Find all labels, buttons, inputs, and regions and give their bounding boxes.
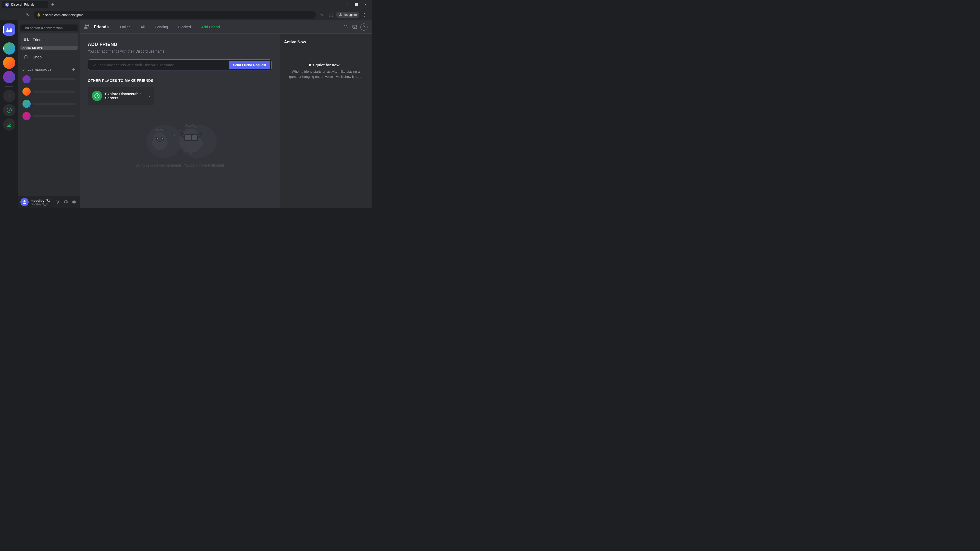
svg-text:✦: ✦	[180, 129, 181, 132]
mute-button[interactable]	[54, 198, 61, 206]
friends-icon	[22, 36, 30, 43]
active-indicator	[3, 24, 4, 35]
address-bar[interactable]: 🔒 discord.com/channels/@me	[34, 11, 316, 19]
tab-favicon: D	[5, 3, 9, 6]
address-url: discord.com/channels/@me	[43, 13, 313, 17]
download-apps-button[interactable]	[3, 118, 15, 130]
dm-search-area: Find or start a conversation	[18, 21, 80, 33]
find-conversation-input[interactable]: Find or start a conversation	[21, 24, 78, 32]
active-now-empty-state: It's quiet for now... When a friend star…	[284, 51, 368, 91]
friends-header: Friends Online All Pending Blocked Add F…	[80, 21, 372, 34]
active-now-title: Active Now	[284, 40, 368, 44]
dm-list-item[interactable]	[21, 110, 78, 122]
dm-avatar	[22, 75, 30, 83]
explore-servers-button[interactable]	[3, 104, 15, 116]
explore-discoverable-servers-card[interactable]: Explore Discoverable Servers ›	[88, 87, 154, 105]
user-controls	[54, 198, 78, 206]
svg-rect-16	[353, 25, 357, 29]
shop-label: Shop	[33, 55, 41, 59]
svg-rect-32	[192, 135, 197, 140]
add-friend-nav-tab[interactable]: Add Friend	[198, 24, 223, 30]
friends-header-title: Friends	[94, 25, 109, 29]
server-divider-2	[5, 86, 13, 87]
server-item[interactable]	[3, 42, 15, 55]
inbox-button[interactable]	[351, 24, 358, 30]
dm-list-item[interactable]	[21, 73, 78, 86]
notification-button[interactable]	[342, 24, 349, 30]
window-close-button[interactable]: ✕	[361, 0, 369, 9]
reload-button[interactable]: ↻	[24, 11, 32, 19]
tab-title: Discord | Friends	[11, 3, 34, 6]
add-friend-input-container: Send Friend Request	[88, 59, 272, 70]
other-places-title: OTHER PLACES TO MAKE FRIENDS	[88, 79, 272, 83]
active-now-panel: Active Now It's quiet for now... When a …	[280, 34, 372, 208]
explore-icon	[92, 91, 102, 101]
browser-chrome: D Discord | Friends × + – ⬜ ✕ ← → ↻ 🔒 di…	[0, 0, 372, 21]
bookmark-button[interactable]: ☆	[318, 11, 326, 19]
server-sidebar: +	[0, 21, 18, 208]
svg-rect-31	[185, 135, 191, 140]
extension-button[interactable]: ⬚	[327, 11, 335, 19]
add-friend-subtitle: You can add friends with their Discord u…	[88, 49, 272, 53]
help-button[interactable]: ?	[360, 24, 368, 30]
user-info: moodjoy_71 moodjoy71_0...	[30, 199, 52, 206]
explore-chevron-icon: ›	[149, 94, 150, 98]
wumpus-area: ✦ ✦ ✦ Wumpus is waiting on friends. You …	[88, 113, 272, 167]
wumpus-text: Wumpus is waiting on friends. You don't …	[135, 163, 224, 167]
active-now-empty-description: When a friend starts an activity—like pl…	[288, 69, 363, 79]
svg-point-15	[87, 24, 89, 27]
server-item[interactable]	[3, 57, 15, 69]
server-item[interactable]	[3, 71, 15, 83]
user-discriminator: moodjoy71_0...	[30, 203, 52, 206]
dm-name-placeholder	[33, 78, 76, 80]
dm-list-item[interactable]	[21, 98, 78, 110]
user-settings-button[interactable]	[70, 198, 78, 206]
svg-text:D: D	[6, 4, 8, 6]
svg-point-14	[85, 24, 87, 27]
friends-label: Friends	[33, 38, 45, 42]
deafen-button[interactable]	[62, 198, 69, 206]
browser-toolbar: ← → ↻ 🔒 discord.com/channels/@me ☆ ⬚ Inc…	[0, 9, 372, 21]
direct-messages-label: DIRECT MESSAGES	[22, 68, 52, 71]
shop-nav-item[interactable]: Shop	[21, 51, 78, 63]
discord-app: + Find or start a conversation	[0, 21, 372, 208]
incognito-badge: Incognito	[336, 12, 360, 18]
forward-button[interactable]: →	[13, 11, 21, 19]
back-button[interactable]: ←	[3, 11, 11, 19]
browser-menu-button[interactable]: ⋮	[360, 11, 369, 19]
svg-point-4	[10, 28, 12, 30]
active-tab[interactable]: D Discord | Friends ×	[2, 1, 48, 8]
svg-point-25	[162, 138, 163, 140]
new-tab-button[interactable]: +	[49, 1, 56, 8]
svg-text:✦: ✦	[173, 133, 176, 137]
svg-point-10	[24, 200, 25, 202]
add-server-button[interactable]: +	[3, 90, 15, 102]
blocked-nav-tab[interactable]: Blocked	[175, 24, 194, 30]
send-friend-request-button[interactable]: Send Friend Request	[229, 61, 270, 69]
browser-tabs-bar: D Discord | Friends × + – ⬜ ✕	[0, 0, 372, 9]
minimize-button[interactable]: –	[343, 0, 351, 9]
dm-avatar	[22, 112, 30, 120]
svg-point-35	[184, 152, 190, 155]
svg-line-11	[56, 200, 59, 203]
dm-name-placeholder	[33, 103, 76, 105]
friends-nav-item[interactable]: Friends	[21, 33, 78, 46]
all-nav-tab[interactable]: All	[138, 24, 148, 30]
tab-close-button[interactable]: ×	[41, 3, 45, 6]
dm-name-placeholder	[33, 115, 76, 117]
maximize-button[interactable]: ⬜	[352, 0, 360, 9]
lock-icon: 🔒	[37, 13, 41, 17]
active-now-empty-title: It's quiet for now...	[309, 63, 342, 67]
add-friend-panel: ADD FRIEND You can add friends with thei…	[80, 34, 280, 208]
home-button[interactable]	[3, 24, 15, 36]
add-friend-username-input[interactable]	[92, 61, 229, 69]
add-friend-title: ADD FRIEND	[88, 42, 272, 47]
username: moodjoy_71	[30, 199, 52, 203]
svg-point-3	[6, 28, 8, 30]
new-dm-button[interactable]: +	[72, 68, 76, 72]
content-area: ADD FRIEND You can add friends with thei…	[80, 34, 372, 208]
dm-name-placeholder	[33, 91, 76, 93]
online-nav-tab[interactable]: Online	[117, 24, 134, 30]
pending-nav-tab[interactable]: Pending	[152, 24, 171, 30]
dm-list-item[interactable]	[21, 86, 78, 98]
